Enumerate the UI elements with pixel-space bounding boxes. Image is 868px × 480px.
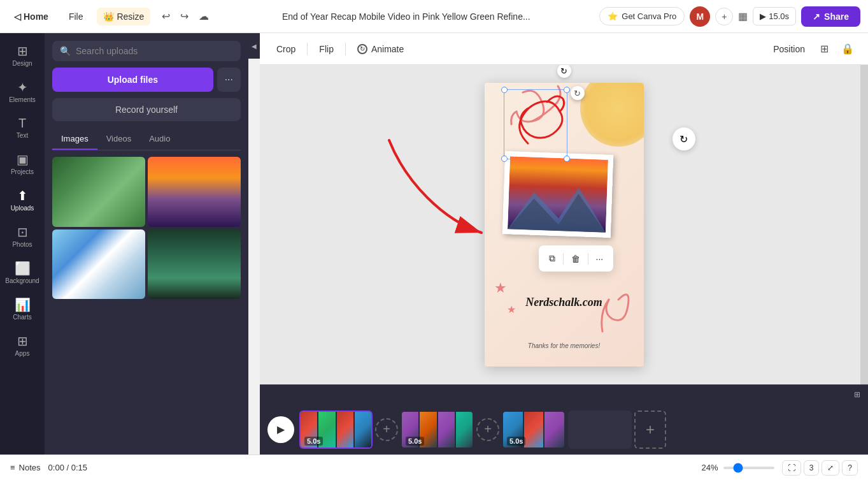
toolbar-right: Position ⊞ 🔒: [767, 39, 858, 59]
fullscreen-button[interactable]: ⤢: [822, 460, 839, 476]
sidebar-item-projects[interactable]: ▣ Projects: [3, 147, 42, 180]
add-between-clips-1[interactable]: +: [375, 418, 398, 441]
copy-button[interactable]: ⧉: [544, 249, 560, 268]
canvas-title-text: Nerdschalk.com: [491, 296, 637, 309]
pages-icon[interactable]: ⊞: [854, 390, 860, 399]
design-canvas[interactable]: ★ ★: [485, 83, 644, 367]
canvas-container: ★ ★: [485, 83, 644, 367]
search-bar[interactable]: 🔍: [52, 41, 241, 61]
zoom-slider[interactable]: [723, 467, 774, 469]
add-between-clips-2[interactable]: +: [476, 418, 499, 441]
analytics-icon[interactable]: ▦: [738, 10, 748, 22]
clip-frame: [438, 412, 455, 447]
left-sidebar: ⊞ Design ✦ Elements T Text ▣ Projects ⬆ …: [0, 33, 45, 455]
list-item[interactable]: [52, 157, 145, 227]
mountain-svg: [508, 178, 608, 233]
home-button[interactable]: ◁ Home: [8, 8, 55, 25]
text-icon: T: [18, 116, 26, 131]
crop-button[interactable]: Crop: [270, 40, 302, 58]
topbar-left: ◁ Home File 👑 Resize ↩ ↪ ☁: [8, 6, 213, 26]
sidebar-item-charts[interactable]: 📊 Charts: [3, 292, 42, 326]
fit-screen-button[interactable]: ⛶: [782, 460, 801, 476]
media-tabs: Images Videos Audio: [52, 129, 241, 150]
undo-button[interactable]: ↩: [158, 6, 174, 26]
position-button[interactable]: Position: [767, 40, 811, 58]
selection-handle-bl[interactable]: [501, 156, 508, 162]
page-number-button[interactable]: 3: [804, 460, 820, 476]
topbar-right: ⭐ Get Canva Pro M + ▦ ▶ 15.0s ↗ Share: [599, 6, 860, 27]
add-team-button[interactable]: +: [715, 8, 733, 25]
vertical-scrollbar[interactable]: [860, 65, 868, 384]
more-options-button[interactable]: ···: [217, 68, 241, 92]
flip-button[interactable]: Flip: [313, 40, 340, 58]
topbar: ◁ Home File 👑 Resize ↩ ↪ ☁ End of Year R…: [0, 0, 868, 33]
sidebar-item-elements[interactable]: ✦ Elements: [3, 75, 42, 108]
timeline-clip-1[interactable]: 5.0s: [299, 411, 373, 449]
clip-frame: [337, 412, 353, 447]
list-item[interactable]: [52, 229, 145, 300]
home-label: Home: [24, 11, 48, 22]
notes-button[interactable]: ≡ Notes: [10, 463, 41, 472]
delete-button[interactable]: 🗑: [566, 250, 585, 268]
lock-button[interactable]: 🔒: [837, 39, 858, 59]
sidebar-item-design[interactable]: ⊞ Design: [3, 38, 42, 72]
resize-button[interactable]: 👑 Resize: [97, 8, 150, 25]
list-item[interactable]: [148, 157, 241, 227]
timer-button[interactable]: ▶ 15.0s: [753, 7, 796, 25]
tab-audio[interactable]: Audio: [140, 129, 179, 150]
zoom-control: 24%: [702, 463, 774, 472]
timeline: ⊞ ▶ 5.0s +: [260, 384, 868, 455]
clip-frame: [456, 412, 473, 447]
play-button[interactable]: ▶: [267, 416, 294, 443]
tab-images[interactable]: Images: [52, 129, 97, 150]
clip-duration-2: 5.0s: [406, 437, 424, 446]
toolbar-separator: [307, 43, 308, 55]
bottom-bar: ≡ Notes 0:00 / 0:15 24% ⛶ 3 ⤢ ?: [0, 455, 868, 480]
main-area: ⊞ Design ✦ Elements T Text ▣ Projects ⬆ …: [0, 33, 868, 455]
timeline-clip-2[interactable]: 5.0s: [401, 411, 474, 449]
grid-view-button[interactable]: ⊞: [816, 39, 832, 59]
animate-button[interactable]: ↻ Animate: [351, 40, 410, 58]
avatar[interactable]: M: [690, 6, 710, 27]
canvas-workspace[interactable]: ★ ★: [260, 65, 868, 384]
get-canva-pro-button[interactable]: ⭐ Get Canva Pro: [599, 7, 685, 25]
canvas-title-area: Nerdschalk.com: [491, 296, 637, 309]
redo-button[interactable]: ↪: [176, 6, 192, 26]
sidebar-item-background[interactable]: ⬜ Background: [3, 256, 42, 289]
add-scene-button[interactable]: +: [634, 411, 666, 449]
search-input[interactable]: [76, 46, 233, 56]
element-action-button[interactable]: ↻: [672, 127, 695, 150]
share-icon: ↗: [813, 11, 820, 22]
timeline-content: ▶ 5.0s +: [260, 404, 868, 455]
cloud-save-button[interactable]: ☁: [195, 6, 213, 26]
canvas-rotate-indicator[interactable]: ↻: [557, 65, 571, 78]
sidebar-item-photos[interactable]: ⊡ Photos: [3, 219, 42, 253]
more-actions-button[interactable]: ···: [591, 250, 609, 268]
canvas-subtitle-text: Thanks for the memories!: [504, 342, 625, 351]
timeline-clip-3[interactable]: 5.0s: [502, 411, 566, 449]
tab-videos[interactable]: Videos: [97, 129, 141, 150]
panel-collapse-button[interactable]: ◀: [248, 33, 260, 59]
selection-handle-br[interactable]: [564, 156, 570, 162]
record-yourself-button[interactable]: Record yourself: [52, 98, 241, 121]
canvas-photo[interactable]: [502, 151, 613, 238]
share-button[interactable]: ↗ Share: [801, 6, 860, 27]
clip-duration: 5.0s: [304, 437, 323, 446]
clip-frame: [544, 412, 564, 447]
file-button[interactable]: File: [62, 8, 90, 25]
rotate-handle[interactable]: ↻: [571, 86, 585, 100]
sidebar-item-text[interactable]: T Text: [3, 111, 42, 144]
sidebar-item-apps[interactable]: ⊞ Apps: [3, 328, 42, 362]
upload-files-button[interactable]: Upload files: [52, 68, 213, 92]
animate-icon: ↻: [357, 44, 367, 54]
undo-redo-group: ↩ ↪ ☁: [158, 6, 213, 26]
context-separator-2: [588, 253, 588, 265]
sidebar-item-uploads[interactable]: ⬆ Uploads: [3, 183, 42, 217]
projects-icon: ▣: [17, 152, 29, 167]
clip-duration-3: 5.0s: [507, 437, 525, 446]
design-icon: ⊞: [17, 43, 28, 59]
list-item[interactable]: [148, 229, 241, 300]
canvas-subtitle-area: Thanks for the memories!: [504, 342, 625, 351]
help-button[interactable]: ?: [842, 460, 858, 476]
charts-icon: 📊: [15, 297, 31, 312]
